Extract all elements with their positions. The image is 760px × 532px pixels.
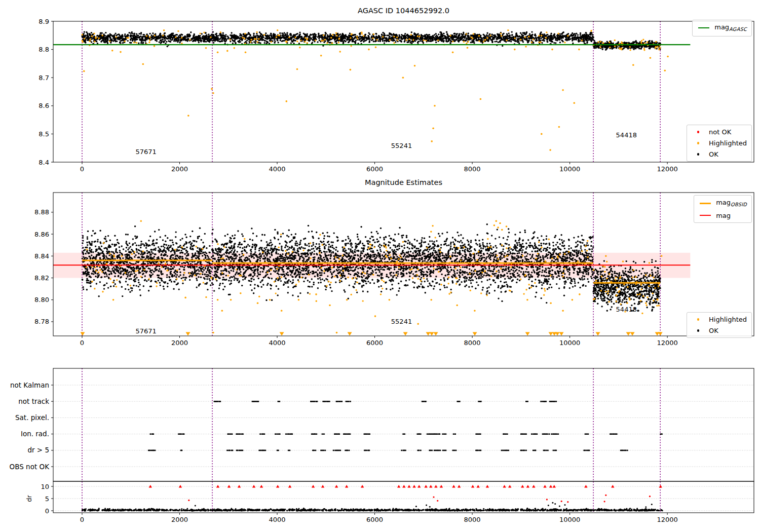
figure-canvas: 0200040006000800010000120008.48.58.68.78… <box>0 0 760 532</box>
legend-mag-lines: magOBSIDmag <box>694 195 752 223</box>
top-ok-scatter <box>81 31 661 51</box>
svg-text:12000: 12000 <box>657 339 677 347</box>
legend-point-status-middle: HighlightedOK <box>687 312 752 338</box>
dr-axis-label: dr <box>25 495 33 502</box>
legend-entry: OK <box>691 149 747 159</box>
flag-row-label: Ion. rad. <box>21 430 49 438</box>
svg-text:4000: 4000 <box>269 339 285 347</box>
legend-entry: Highlighted <box>691 315 747 324</box>
svg-text:8000: 8000 <box>464 165 481 173</box>
svg-text:8.86: 8.86 <box>34 231 49 238</box>
dr-axis-label-group: dr <box>25 495 33 502</box>
legend-label: OK <box>709 149 718 159</box>
dr-ok-scatter <box>82 502 663 512</box>
legend-label: magAGASC <box>714 22 747 34</box>
svg-text:4000: 4000 <box>269 516 285 523</box>
svg-text:10: 10 <box>41 483 49 490</box>
legend-point-status-top: not OKHighlightedOK <box>687 125 752 162</box>
svg-text:2000: 2000 <box>171 165 188 173</box>
svg-text:8.4: 8.4 <box>39 159 49 166</box>
legend-label: magOBSID <box>716 198 747 209</box>
svg-text:12000: 12000 <box>657 165 677 173</box>
svg-text:8.78: 8.78 <box>34 318 49 325</box>
flag-marks <box>148 401 663 451</box>
legend-dot-marker <box>691 329 706 332</box>
svg-text:4000: 4000 <box>269 165 285 173</box>
svg-text:2000: 2000 <box>171 516 188 523</box>
flag-row-gridlines <box>53 385 754 511</box>
svg-text:10000: 10000 <box>559 516 580 523</box>
legend-dot-marker <box>691 318 706 321</box>
svg-text:0: 0 <box>80 339 84 347</box>
svg-text:8.8: 8.8 <box>39 46 49 53</box>
flag-row-label: Sat. pixel. <box>15 413 49 422</box>
legend-mag-agasc: magAGASC <box>692 20 752 36</box>
svg-text:8.84: 8.84 <box>34 252 49 260</box>
legend-line-sample <box>696 27 711 28</box>
legend-entry: Highlighted <box>691 138 747 148</box>
legend-dot-marker <box>691 153 706 156</box>
svg-text:0: 0 <box>45 507 49 515</box>
legend-entry: not OK <box>691 127 747 137</box>
middle-plot-title: Magnitude Estimates <box>53 178 754 186</box>
svg-text:8.9: 8.9 <box>39 18 49 25</box>
legend-line-sample <box>698 203 713 204</box>
flag-row-ticks: not Kalmannot trackSat. pixel.Ion. rad.d… <box>10 381 53 471</box>
svg-text:8.7: 8.7 <box>39 74 49 82</box>
legend-label: not OK <box>709 127 731 137</box>
legend-entry: magOBSID <box>698 198 747 209</box>
bottom-panel-vlines <box>82 368 660 513</box>
svg-text:10000: 10000 <box>559 165 580 173</box>
svg-text:8.5: 8.5 <box>39 130 49 138</box>
legend-dot-marker <box>691 142 706 144</box>
svg-text:8.6: 8.6 <box>39 102 49 109</box>
legend-label: mag <box>716 211 731 220</box>
svg-text:0: 0 <box>80 165 84 173</box>
dr-notok-scatter <box>188 495 651 503</box>
obsid-annotation: 55241 <box>391 317 412 325</box>
svg-text:8000: 8000 <box>464 339 481 347</box>
legend-line-sample <box>698 215 713 216</box>
svg-text:5: 5 <box>45 495 49 503</box>
svg-text:8.80: 8.80 <box>34 296 49 303</box>
flag-row-label: not Kalman <box>10 381 49 389</box>
legend-label: Highlighted <box>709 138 747 148</box>
legend-entry: OK <box>691 326 747 335</box>
svg-text:2000: 2000 <box>171 339 188 347</box>
top-plot-title: AGASC ID 1044652992.0 <box>53 7 754 15</box>
obsid-annotation: 57671 <box>135 148 156 156</box>
obsid-annotation: 57671 <box>135 327 156 335</box>
svg-text:10000: 10000 <box>559 339 580 347</box>
flag-row-label: dr > 5 <box>27 446 49 454</box>
legend-entry: mag <box>698 211 747 220</box>
legend-dot-marker <box>691 131 706 133</box>
flag-row-label: OBS not OK <box>10 463 50 471</box>
flag-row-label: not track <box>18 397 49 405</box>
obsid-annotation: 54418 <box>616 306 637 313</box>
svg-text:6000: 6000 <box>366 516 383 523</box>
obsid-annotation: 54418 <box>616 131 637 138</box>
top-highlighted-scatter <box>82 29 669 151</box>
top-panel-gridlines <box>82 21 660 162</box>
legend-label: OK <box>709 326 718 335</box>
dr-axes-ticks: 0200040006000800010000120000510 <box>41 483 677 524</box>
svg-text:8.88: 8.88 <box>34 208 49 216</box>
svg-text:12000: 12000 <box>657 516 677 523</box>
svg-text:8.82: 8.82 <box>34 274 49 282</box>
legend-label: Highlighted <box>709 315 747 324</box>
obsid-annotation: 55241 <box>391 142 412 149</box>
svg-text:6000: 6000 <box>366 339 383 347</box>
legend-entry: magAGASC <box>696 22 747 34</box>
svg-text:6000: 6000 <box>366 165 383 173</box>
middle-clip-triangles <box>80 332 662 335</box>
plot-svg: 0200040006000800010000120008.48.58.68.78… <box>0 0 760 532</box>
svg-text:8000: 8000 <box>464 516 481 523</box>
svg-text:0: 0 <box>80 516 84 523</box>
